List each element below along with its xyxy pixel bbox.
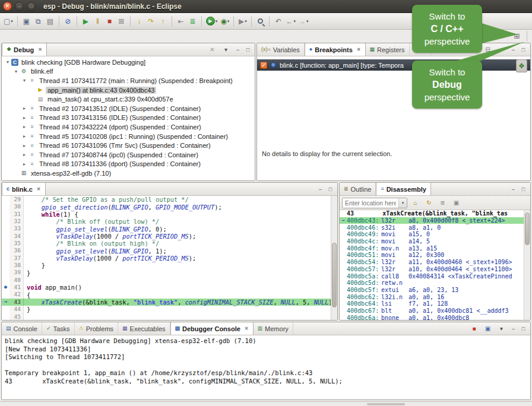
search-icon[interactable]: ○	[255, 15, 266, 28]
back-icon[interactable]: ←▾	[284, 15, 297, 28]
collapse-arrow-icon[interactable]: ▾	[4, 59, 11, 65]
collapse-arrow-icon[interactable]: ▾	[12, 69, 20, 74]
problems-tab[interactable]: ⚠Problems	[75, 322, 119, 335]
outline-tab[interactable]: ≣Outline	[340, 183, 376, 195]
disassembly-scrollbar[interactable]	[524, 210, 530, 320]
debug-icon[interactable]: ◉▾	[219, 15, 230, 28]
debug-tree-row[interactable]: ▸≡Thread #5 1073410208 (ipc1 : Running) …	[2, 132, 255, 141]
debug-perspective-button[interactable]: ❖	[516, 59, 527, 72]
maximize-button[interactable]: □	[244, 47, 252, 53]
status-scroll-thumb[interactable]	[367, 403, 405, 405]
minimize-button[interactable]: –	[509, 326, 517, 332]
minimize-button[interactable]: –	[509, 186, 517, 192]
debug-tree-row[interactable]: ▥xtensa-esp32-elf-gdb (7.10)	[2, 169, 255, 178]
location-input[interactable]	[343, 198, 398, 208]
debug-tree-row[interactable]: ▸≡Thread #2 1073413512 (IDLE) (Suspended…	[2, 104, 255, 113]
save-icon[interactable]: ▣	[21, 15, 32, 28]
show-source-icon[interactable]: ≣	[437, 198, 448, 208]
blink-c-tab[interactable]: cblink.c✕	[2, 183, 46, 195]
clear-console-icon[interactable]: ▣	[482, 323, 493, 334]
view-menu-icon[interactable]: ▾	[496, 323, 507, 334]
resume-icon[interactable]: ▶	[80, 15, 91, 28]
disconnect-icon[interactable]: ⊠	[116, 15, 127, 28]
open-perspective-icon[interactable]: ⊞	[511, 30, 522, 43]
new-icon[interactable]: ▢▾	[2, 15, 14, 28]
suspend-icon[interactable]: ‖	[92, 15, 103, 28]
memory-tab[interactable]: ▥Memory	[254, 322, 293, 335]
expand-arrow-icon[interactable]: ▸	[21, 161, 28, 167]
refresh-icon[interactable]: ↻	[423, 198, 435, 208]
breakpoint-row[interactable]: ✓ blink.c [function: app_main] [type: Te…	[257, 59, 530, 71]
step-into-icon[interactable]: ↓	[134, 15, 145, 28]
editor-content[interactable]: 29 /* Set the GPIO as a push/pull output…	[2, 196, 337, 320]
variables-tab[interactable]: (x)=Variables	[257, 43, 305, 56]
debug-tree-row[interactable]: ▸≡Thread #6 1073431096 (Tmr Svc) (Suspen…	[2, 141, 255, 150]
pin-view-icon[interactable]: ▣	[451, 198, 462, 208]
expand-arrow-icon[interactable]: ▸	[21, 115, 28, 120]
window-close-button[interactable]: ✕	[3, 2, 12, 11]
expand-arrow-icon[interactable]: ▸	[21, 134, 28, 139]
forward-icon[interactable]: →▾	[297, 15, 310, 28]
skip-breakpoints-icon[interactable]: ⊘	[62, 15, 74, 28]
debugger-console-tab[interactable]: ▤Debugger Console✕	[170, 322, 254, 335]
save-all-icon[interactable]: ⧉	[33, 15, 44, 28]
debug-tree-row[interactable]: ▾⚙blink.elf	[2, 67, 255, 77]
step-over-icon[interactable]: ↷	[145, 15, 157, 28]
terminate-icon[interactable]: ■	[104, 15, 115, 28]
last-edit-location-icon[interactable]: ↶	[273, 15, 284, 28]
minimize-button[interactable]: –	[316, 186, 324, 192]
run-icon[interactable]: ▶▾	[205, 15, 219, 28]
collapse-all-icon[interactable]: ⊟	[482, 45, 493, 55]
console-tab[interactable]: ▤Console	[2, 322, 42, 335]
debug-tree-row[interactable]: ▤main_task() at cpu_start.c:339 0x400d05…	[2, 94, 255, 104]
debug-tree-row[interactable]: ▸≡Thread #3 1073413156 (IDLE) (Suspended…	[2, 113, 255, 123]
registers-tab[interactable]: ▦Registers	[366, 43, 410, 56]
step-return-icon[interactable]: ↑	[157, 15, 169, 28]
minimize-button[interactable]: –	[234, 47, 242, 53]
disassembly-scrollbar-thumb[interactable]	[525, 212, 530, 246]
breakpoints-tab[interactable]: ●Breakpoints✕	[305, 43, 366, 56]
expand-arrow-icon[interactable]: ▸	[21, 106, 28, 111]
expand-arrow-icon[interactable]: ▸	[21, 143, 28, 148]
remove-all-terminated-icon[interactable]: ✕	[207, 45, 218, 55]
debug-tree-row[interactable]: ▸≡Thread #8 1073411336 (dport) (Suspende…	[2, 160, 255, 169]
editor-scrollbar-thumb[interactable]	[332, 243, 337, 307]
external-tools-icon[interactable]: ▶▾	[237, 15, 248, 28]
breakpoints-list-area[interactable]: ✓ blink.c [function: app_main] [type: Te…	[257, 56, 530, 180]
window-minimize-button[interactable]: –	[15, 2, 24, 11]
debug-tree-row[interactable]: ▸≡Thread #7 1073408744 (ipc0) (Suspended…	[2, 150, 255, 160]
debug-tree-row[interactable]: ▾≡Thread #1 1073411772 (main : Running) …	[2, 76, 255, 85]
console-output-area[interactable]: blink checking [GDB Hardware Debugging] …	[2, 335, 530, 399]
close-icon[interactable]: ✕	[245, 326, 249, 331]
breakpoint-checkbox[interactable]: ✓	[260, 62, 267, 69]
terminate-icon[interactable]: ■	[468, 323, 480, 334]
maximize-button[interactable]: □	[520, 326, 527, 332]
view-menu-icon[interactable]: ▾	[496, 45, 507, 55]
close-icon[interactable]: ✕	[357, 47, 361, 52]
expand-arrow-icon[interactable]: ▸	[21, 152, 28, 157]
debug-tree-area[interactable]: ▾Cblink checking [GDB Hardware Debugging…	[2, 56, 255, 180]
executables-tab[interactable]: ▦Executables	[118, 322, 170, 335]
debug-tree-row[interactable]: ▸≡Thread #4 1073432224 (dport) (Suspende…	[2, 122, 255, 132]
view-menu-icon[interactable]: ▾	[220, 45, 232, 55]
maximize-button[interactable]: □	[327, 186, 334, 192]
close-icon[interactable]: ✕	[38, 47, 42, 52]
disassembly-content[interactable]: ▾ ⌂↻≣▣ 43 xTaskCreate(&blink_task, "blin…	[340, 196, 530, 320]
drop-to-frame-icon[interactable]: ⇤	[175, 15, 186, 28]
location-combo[interactable]: ▾	[342, 198, 407, 208]
maximize-button[interactable]: □	[520, 186, 527, 192]
editor-scrollbar[interactable]	[331, 196, 337, 320]
debug-tree-row[interactable]: ▾Cblink checking [GDB Hardware Debugging…	[2, 58, 255, 67]
combo-dropdown-icon[interactable]: ▾	[398, 198, 407, 208]
debug-tab[interactable]: ❖Debug✕	[2, 43, 47, 56]
home-icon[interactable]: ⌂	[410, 198, 421, 208]
maximize-button[interactable]: □	[520, 47, 527, 53]
disassembly-tab[interactable]: ≡Disassembly	[376, 183, 431, 195]
debug-tree-row[interactable]: ▶app_main() at blink.c:43 0x400dbc43	[2, 85, 255, 95]
collapse-arrow-icon[interactable]: ▾	[21, 78, 28, 83]
close-icon[interactable]: ✕	[37, 186, 41, 192]
minimize-button[interactable]: –	[509, 47, 517, 53]
window-maximize-button[interactable]: □	[27, 2, 36, 11]
tasks-tab[interactable]: ✓Tasks	[42, 322, 75, 335]
instruction-stepping-icon[interactable]: ≣	[187, 15, 198, 28]
